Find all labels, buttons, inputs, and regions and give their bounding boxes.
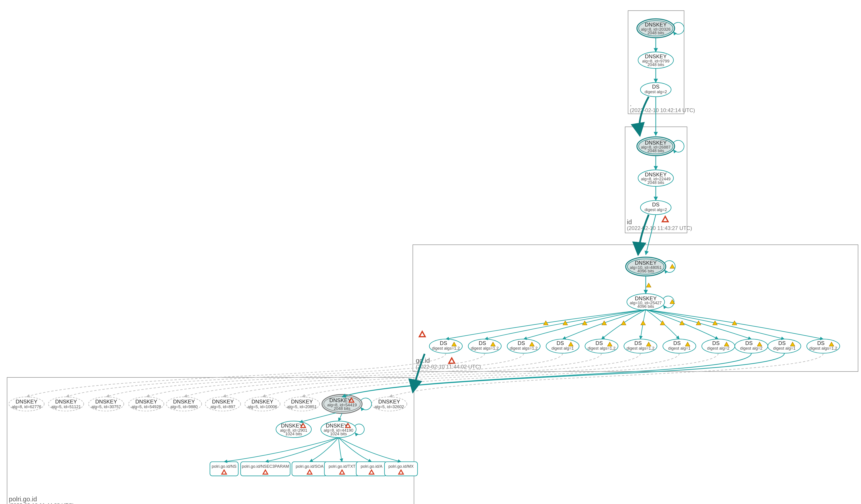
error-icon	[419, 331, 425, 337]
svg-text:DNSKEY: DNSKEY	[251, 398, 273, 405]
svg-text:digest algs=1,2: digest algs=1,2	[432, 346, 460, 351]
svg-text:alg=5, id=32602: alg=5, id=32602	[374, 404, 404, 409]
node-polri-zsk2: DNSKEY alg=8, id=44190 1024 bits	[321, 421, 364, 437]
svg-text:DS: DS	[596, 340, 603, 346]
svg-text:digest algs=1,2: digest algs=1,2	[627, 346, 654, 351]
node-ds: DSdigest alg=1	[546, 339, 579, 353]
svg-text:4096 bits: 4096 bits	[638, 269, 654, 273]
node-ds: DSdigest alg=1	[663, 339, 696, 353]
svg-text:alg=5, id=51121: alg=5, id=51121	[51, 404, 81, 409]
svg-text:id: id	[627, 218, 632, 226]
svg-text:digest alg=1: digest alg=1	[773, 346, 796, 351]
warning-icon	[582, 321, 587, 325]
warning-icon	[602, 321, 606, 325]
node-rr: polri.go.id/NS	[210, 462, 238, 476]
svg-text:1024 bits: 1024 bits	[330, 432, 347, 436]
warning-icon	[670, 264, 674, 269]
svg-text:digest algs=1,2: digest algs=1,2	[588, 346, 615, 351]
svg-text:DS: DS	[479, 340, 486, 346]
svg-text:DS: DS	[634, 340, 642, 346]
svg-text:DS: DS	[712, 340, 720, 346]
svg-text:DS: DS	[817, 340, 824, 346]
svg-text:2048 bits: 2048 bits	[333, 406, 350, 411]
svg-text:digest alg=2: digest alg=2	[707, 346, 729, 351]
svg-text:alg=5, id=30757: alg=5, id=30757	[92, 404, 121, 409]
node-dnskey-faded: DNSKEYalg=5, id=9880	[166, 397, 202, 411]
node-rr: polri.go.id/SOA	[292, 462, 327, 476]
node-dnskey-faded: DNSKEYalg=5, id=51121	[48, 397, 84, 411]
svg-text:DNSKEY: DNSKEY	[135, 398, 157, 405]
node-polri-zsk1: DNSKEY alg=8, id=2901 1024 bits	[276, 421, 311, 437]
svg-text:DS: DS	[652, 84, 659, 90]
warning-icon	[563, 321, 568, 325]
svg-text:(2022-02-10 10:42:14 UTC): (2022-02-10 10:42:14 UTC)	[630, 107, 695, 113]
svg-text:polri.go.id/A: polri.go.id/A	[360, 464, 383, 469]
svg-text:digest alg=2: digest alg=2	[645, 90, 667, 94]
svg-text:alg=5, id=897: alg=5, id=897	[210, 404, 235, 409]
node-dnskey-faded: DNSKEYalg=5, id=54928	[128, 397, 164, 411]
svg-text:digest alg=1: digest alg=1	[551, 346, 574, 351]
svg-text:(2022-02-10 11:44:08 UTC): (2022-02-10 11:44:08 UTC)	[9, 502, 74, 504]
node-ds: DSdigest algs=1,2	[807, 339, 840, 353]
node-root-ds: DS digest alg=2	[640, 82, 671, 97]
svg-text:DNSKEY: DNSKEY	[55, 398, 77, 405]
svg-text:(2022-02-10 11:43:27 UTC): (2022-02-10 11:43:27 UTC)	[627, 225, 692, 231]
node-dnskey-faded: DNSKEYalg=5, id=32602	[371, 397, 407, 411]
node-polri-ksk: DNSKEY alg=8, id=54419 2048 bits	[322, 395, 372, 413]
svg-text:alg=5, id=9880: alg=5, id=9880	[170, 404, 198, 409]
svg-text:DS: DS	[518, 340, 525, 346]
node-dnskey-faded: DNSKEYalg=5, id=20851	[284, 397, 319, 411]
svg-text:2048 bits: 2048 bits	[647, 148, 664, 153]
svg-text:DS: DS	[557, 340, 564, 346]
node-ds: DSdigest alg=2	[702, 339, 735, 353]
warning-icon	[641, 321, 645, 325]
node-ds: DSdigest algs=1,2	[429, 339, 462, 353]
node-rr: polri.go.id/MX	[385, 462, 418, 476]
node-rr: polri.go.id/A	[356, 462, 387, 476]
svg-text:DS: DS	[673, 340, 681, 346]
node-id-ksk: DNSKEY alg=8, id=26887 2048 bits	[637, 137, 684, 156]
svg-text:2048 bits: 2048 bits	[647, 62, 664, 67]
svg-line-125	[300, 413, 336, 422]
svg-text:polri.go.id: polri.go.id	[9, 495, 37, 503]
node-ds: DSdigest algs=1,2	[585, 339, 618, 353]
svg-text:2048 bits: 2048 bits	[647, 180, 664, 185]
error-icon	[449, 358, 455, 363]
node-dnskey-faded: DNSKEYalg=8, id=62776	[9, 397, 44, 411]
svg-text:DNSKEY: DNSKEY	[291, 398, 313, 405]
svg-text:digest alg=2: digest alg=2	[740, 346, 763, 351]
svg-text:digest algs=1,2: digest algs=1,2	[809, 346, 837, 351]
node-root-zsk: DNSKEY alg=8, id=9799 2048 bits	[638, 52, 673, 68]
svg-text:DNSKEY: DNSKEY	[173, 398, 195, 405]
node-ds: DSdigest alg=2	[735, 339, 768, 353]
node-rr: polri.go.id/NSEC3PARAM	[241, 462, 290, 476]
svg-text:digest algs=1,2: digest algs=1,2	[510, 346, 537, 351]
warning-icon	[680, 321, 684, 325]
svg-text:polri.go.id/TXT: polri.go.id/TXT	[329, 464, 355, 469]
svg-text:DNSKEY: DNSKEY	[16, 398, 37, 405]
node-id-zsk: DNSKEY alg=8, id=22449 2048 bits	[638, 170, 673, 186]
svg-text:alg=5, id=20851: alg=5, id=20851	[287, 404, 317, 409]
svg-text:polri.go.id/NS: polri.go.id/NS	[212, 464, 236, 469]
svg-text:digest alg=2: digest alg=2	[645, 207, 667, 212]
svg-text:alg=5, id=54928: alg=5, id=54928	[132, 404, 161, 409]
warning-icon	[696, 321, 701, 325]
node-rr: polri.go.id/TXT	[324, 462, 360, 476]
svg-text:DNSKEY: DNSKEY	[95, 398, 117, 405]
svg-text:DS: DS	[745, 340, 753, 346]
node-id-ds: DS digest alg=2	[640, 200, 671, 215]
warning-icon	[646, 283, 651, 287]
svg-text:digest alg=1: digest alg=1	[668, 346, 691, 351]
error-icon	[662, 216, 668, 222]
node-dnskey-faded: DNSKEYalg=5, id=897	[205, 397, 241, 411]
svg-text:alg=5, id=10006: alg=5, id=10006	[248, 404, 277, 409]
node-goid-ksk: DNSKEY alg=10, id=48051 4096 bits	[626, 257, 675, 276]
node-root-ksk: DNSKEY alg=8, id=20326 2048 bits	[637, 19, 684, 38]
node-goid-zsk: DNSKEY alg=10, id=25427 4096 bits	[627, 294, 674, 310]
svg-text:DS: DS	[652, 202, 659, 207]
svg-text:polri.go.id/MX: polri.go.id/MX	[388, 464, 413, 469]
warning-icon	[713, 321, 717, 325]
node-dnskey-faded: DNSKEYalg=5, id=10006	[245, 397, 280, 411]
svg-text:polri.go.id/SOA: polri.go.id/SOA	[296, 464, 324, 469]
svg-text:DNSKEY: DNSKEY	[212, 398, 234, 405]
